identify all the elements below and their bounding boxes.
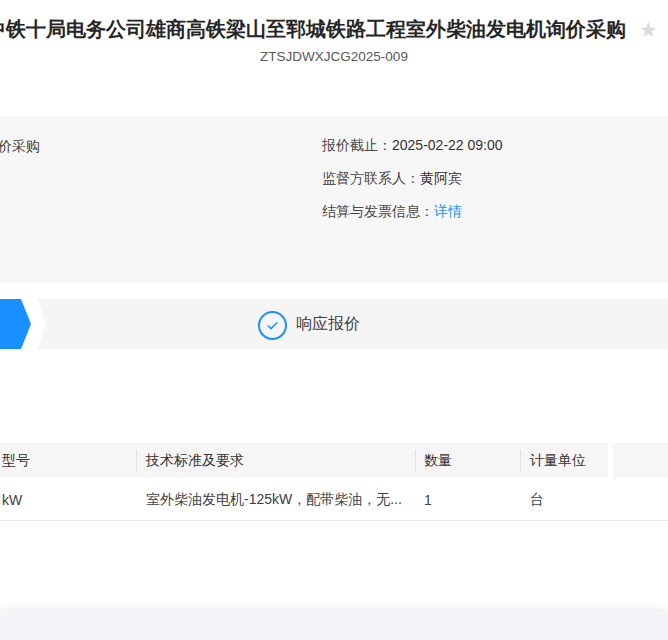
procurement-method-label: 价采购 xyxy=(0,138,40,156)
invoice-details-link[interactable]: 详情 xyxy=(434,203,462,219)
invoice-field: 结算与发票信息：详情 xyxy=(322,203,462,221)
column-header-model: 型号 xyxy=(2,443,30,478)
info-section: 价采购 报价截止：2025-02-22 09:00 监督方联系人：黄阿宾 结算与… xyxy=(0,116,668,283)
title-row: 中铁十局电务公司雄商高铁梁山至郓城铁路工程室外柴油发电机询价采购 ★ xyxy=(0,16,658,43)
column-divider xyxy=(415,450,416,471)
column-divider xyxy=(520,450,521,471)
column-header-qty: 数量 xyxy=(424,443,452,478)
invoice-label: 结算与发票信息： xyxy=(322,203,434,219)
fixed-column-gap xyxy=(608,443,613,478)
deadline-value: 2025-02-22 09:00 xyxy=(392,137,503,153)
cell-spec: 室外柴油发电机-125kW，配带柴油，无... xyxy=(146,478,402,521)
cell-qty: 1 xyxy=(424,478,432,521)
deadline-field: 报价截止：2025-02-22 09:00 xyxy=(322,137,503,155)
column-header-unit: 计量单位 xyxy=(530,443,586,478)
supervisor-field: 监督方联系人：黄阿宾 xyxy=(322,170,462,188)
column-header-spec: 技术标准及要求 xyxy=(146,443,244,478)
footer-action-bar xyxy=(0,612,668,640)
favorite-star-icon[interactable]: ★ xyxy=(639,19,658,40)
cell-model: kW xyxy=(2,478,22,521)
column-divider xyxy=(136,450,137,471)
project-code: ZTSJDWXJCG2025-009 xyxy=(0,49,668,64)
supervisor-label: 监督方联系人： xyxy=(322,170,420,186)
cell-unit: 台 xyxy=(530,478,544,521)
procurement-page: 中铁十局电务公司雄商高铁梁山至郓城铁路工程室外柴油发电机询价采购 ★ ZTSJD… xyxy=(0,0,668,640)
table-header: 型号 技术标准及要求 数量 计量单位 xyxy=(0,443,668,478)
deadline-label: 报价截止： xyxy=(322,137,392,153)
table-row: kW 室外柴油发电机-125kW，配带柴油，无... 1 台 xyxy=(0,478,668,521)
previous-step-arrow xyxy=(0,299,31,349)
supervisor-value: 黄阿宾 xyxy=(420,170,462,186)
check-icon xyxy=(265,318,280,333)
check-circle-icon xyxy=(258,311,287,340)
current-step-label: 响应报价 xyxy=(296,299,360,349)
page-title: 中铁十局电务公司雄商高铁梁山至郓城铁路工程室外柴油发电机询价采购 xyxy=(0,16,626,43)
